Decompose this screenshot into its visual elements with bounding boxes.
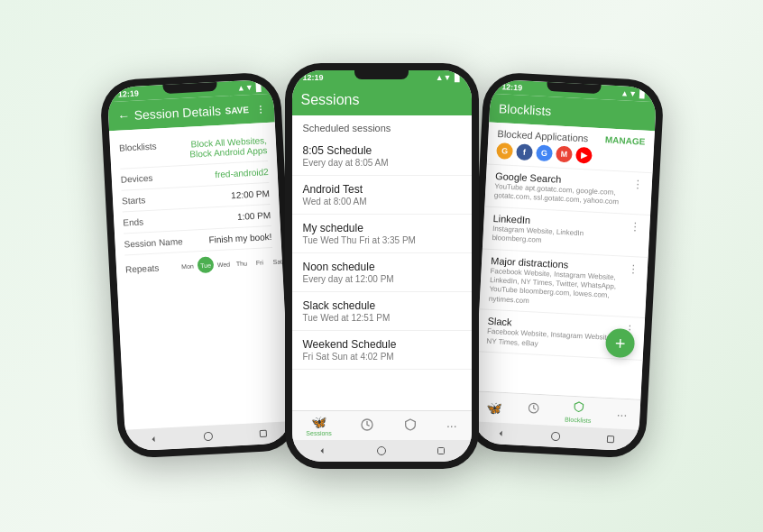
app-bar-actions-left: SAVE ⋮ bbox=[225, 104, 265, 115]
clock-icon bbox=[360, 417, 374, 435]
nav-shield[interactable] bbox=[403, 417, 418, 435]
save-button[interactable]: SAVE bbox=[225, 105, 249, 115]
session-sub-2: Tue Wed Thu Fri at 3:35 PM bbox=[303, 235, 461, 245]
more-icon-center: ··· bbox=[446, 418, 457, 433]
day-thu[interactable]: Thu bbox=[233, 254, 250, 271]
blocklist-sub-2: Facebook Website, Instagram Website, Lin… bbox=[488, 266, 627, 310]
sessions-icon: 🦋 bbox=[311, 415, 326, 429]
detail-value-ends: 1:00 PM bbox=[236, 210, 271, 222]
home-sys-center[interactable] bbox=[374, 444, 389, 458]
more-btn-1[interactable]: ⋮ bbox=[630, 220, 641, 234]
day-sat[interactable]: Sat bbox=[269, 252, 286, 270]
svg-point-1 bbox=[204, 432, 212, 440]
battery-center: ▊ bbox=[455, 73, 461, 82]
back-sys-left[interactable] bbox=[145, 432, 161, 447]
blocklist-item-content-1: LinkedIn Instagram Website, LinkedIn blo… bbox=[492, 213, 630, 251]
app-bar-title-right: Blocklists bbox=[498, 101, 551, 118]
app-icon-fb: f bbox=[516, 143, 533, 161]
detail-value-blocklists: Block All Websites, Block Android Apps bbox=[172, 135, 267, 160]
phone-left: 12:19 ▲▼ ▊ ← Session Details SAVE ⋮ bbox=[99, 71, 299, 459]
session-item-1[interactable]: Android Test Wed at 8:00 AM bbox=[292, 176, 472, 215]
more-btn-2[interactable]: ⋮ bbox=[627, 261, 639, 275]
time-right: 12:19 bbox=[501, 82, 523, 92]
bottom-nav-center: 🦋 Sessions ··· bbox=[292, 410, 472, 440]
svg-point-9 bbox=[551, 432, 559, 440]
battery-left: ▊ bbox=[255, 82, 262, 91]
app-bar-center: Sessions bbox=[292, 85, 472, 115]
svg-marker-4 bbox=[320, 448, 323, 454]
detail-label-starts: Starts bbox=[121, 193, 175, 206]
detail-value-starts: 12:00 PM bbox=[230, 188, 269, 200]
blocklist-item-content-0: Google Search YouTube apt.gotatc.com, go… bbox=[493, 170, 632, 208]
back-sys-right[interactable] bbox=[492, 426, 508, 441]
home-sys-left[interactable] bbox=[200, 429, 216, 445]
detail-value-devices: fred-android2 bbox=[214, 167, 268, 179]
session-details-content: Blocklists Block All Websites, Block And… bbox=[109, 123, 290, 430]
nav-clock[interactable] bbox=[360, 417, 374, 435]
recent-sys-left[interactable] bbox=[255, 426, 271, 441]
app-icon-youtube: ▶ bbox=[575, 147, 592, 164]
home-sys-right[interactable] bbox=[547, 429, 563, 445]
phone-center: 12:19 ▲▼ ▊ Sessions Scheduled sessions 8… bbox=[285, 63, 479, 469]
session-item-4[interactable]: Slack schedule Tue Wed at 12:51 PM bbox=[292, 292, 472, 331]
session-item-2[interactable]: My schedule Tue Wed Thu Fri at 3:35 PM bbox=[292, 215, 472, 253]
nav-clock-right[interactable] bbox=[527, 401, 540, 417]
session-item-3[interactable]: Noon schedule Every day at 12:00 PM bbox=[292, 253, 472, 292]
phone-screen-right: 12:19 ▲▼ ▊ Blocklists Blocked Applicatio… bbox=[472, 79, 657, 452]
svg-rect-10 bbox=[607, 436, 613, 442]
nav-sessions[interactable]: 🦋 Sessions bbox=[306, 415, 331, 436]
session-title-2: My schedule bbox=[303, 222, 461, 234]
shield-icon-right bbox=[571, 400, 584, 417]
more-icon-right: ··· bbox=[616, 407, 627, 422]
recent-sys-right[interactable] bbox=[602, 432, 618, 447]
session-title-4: Slack schedule bbox=[303, 299, 461, 312]
more-btn-0[interactable]: ⋮ bbox=[631, 178, 643, 191]
day-tue[interactable]: Tue bbox=[197, 256, 214, 273]
more-button-left[interactable]: ⋮ bbox=[255, 104, 265, 115]
back-sys-center[interactable] bbox=[315, 444, 329, 458]
sessions-icon-right: 🦋 bbox=[486, 399, 502, 415]
session-item-0[interactable]: 8:05 Schedule Every day at 8:05 AM bbox=[292, 137, 472, 176]
blocklist-item-2[interactable]: Major distractions Facebook Website, Ins… bbox=[479, 249, 648, 318]
detail-label-blocklists: Blocklists bbox=[118, 141, 172, 153]
session-title-1: Android Test bbox=[303, 183, 461, 196]
manage-button[interactable]: MANAGE bbox=[604, 134, 645, 146]
session-sub-5: Fri Sat Sun at 4:02 PM bbox=[303, 352, 461, 362]
day-fri[interactable]: Fri bbox=[251, 253, 268, 271]
svg-marker-0 bbox=[152, 436, 154, 442]
phone-notch-center bbox=[354, 70, 409, 79]
nav-shield-right[interactable]: Blocklists bbox=[564, 399, 591, 423]
day-wed[interactable]: Wed bbox=[215, 255, 232, 272]
time-left: 12:19 bbox=[117, 88, 139, 98]
session-sub-3: Every day at 12:00 PM bbox=[303, 274, 461, 284]
day-mon[interactable]: Mon bbox=[179, 257, 196, 274]
back-button-left[interactable]: ← bbox=[116, 108, 130, 124]
detail-value-session-name: Finish my book! bbox=[208, 232, 272, 245]
time-center: 12:19 bbox=[303, 73, 324, 82]
svg-marker-8 bbox=[499, 431, 501, 436]
day-pills: Mon Tue Wed Thu Fri Sat Sun bbox=[179, 252, 290, 274]
session-item-5[interactable]: Weekend Schedule Fri Sat Sun at 4:02 PM bbox=[292, 331, 472, 370]
nav-sessions-right[interactable]: 🦋 bbox=[486, 399, 502, 415]
blocklists-content: Blocked Applications MANAGE G f G M ▶ Go… bbox=[474, 123, 654, 399]
nav-label-sessions: Sessions bbox=[306, 430, 331, 436]
session-title-3: Noon schedule bbox=[303, 261, 461, 273]
battery-right: ▊ bbox=[639, 89, 646, 98]
app-bar-title-left: Session Details bbox=[133, 104, 221, 123]
detail-label-ends: Ends bbox=[123, 215, 177, 227]
detail-label-session-name: Session Name bbox=[124, 236, 183, 249]
session-title-0: 8:05 Schedule bbox=[303, 144, 461, 157]
detail-label-repeats: Repeats bbox=[124, 261, 179, 274]
svg-rect-2 bbox=[260, 430, 266, 436]
session-sub-1: Wed at 8:00 AM bbox=[303, 197, 461, 206]
phone-screen-center: 12:19 ▲▼ ▊ Sessions Scheduled sessions 8… bbox=[292, 70, 472, 462]
nav-more-center[interactable]: ··· bbox=[446, 418, 457, 433]
svg-point-5 bbox=[377, 447, 385, 455]
sessions-list-content: Scheduled sessions 8:05 Schedule Every d… bbox=[292, 115, 472, 410]
nav-more-right[interactable]: ··· bbox=[616, 407, 627, 422]
phones-container: 12:19 ▲▼ ▊ ← Session Details SAVE ⋮ bbox=[96, 63, 668, 469]
app-icon-chrome: G bbox=[496, 142, 513, 160]
phone-screen-left: 12:19 ▲▼ ▊ ← Session Details SAVE ⋮ bbox=[106, 79, 291, 452]
app-bar-title-center: Sessions bbox=[301, 92, 360, 108]
recent-sys-center[interactable] bbox=[434, 444, 448, 458]
